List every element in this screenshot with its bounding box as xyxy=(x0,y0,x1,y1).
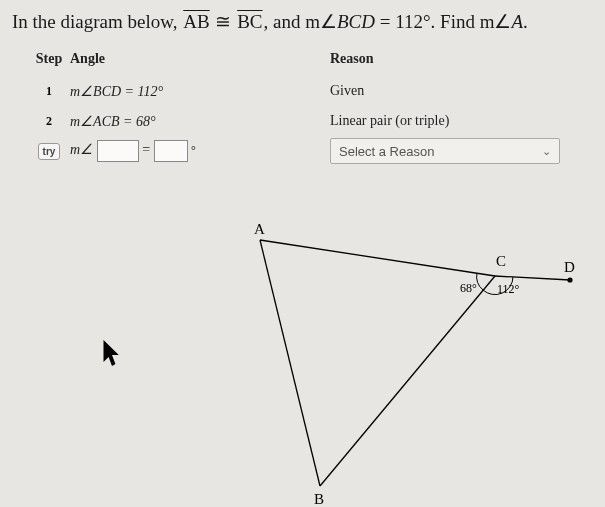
angle-value-input[interactable] xyxy=(154,140,188,162)
table-row: 1 m∠BCD = 112° Given xyxy=(28,77,593,105)
angle-acb-label: 68° xyxy=(460,281,477,295)
label-a: A xyxy=(254,221,265,237)
txt: In the diagram below, xyxy=(12,11,182,32)
txt: = 112°. Find m∠ xyxy=(375,11,511,32)
select-placeholder: Select a Reason xyxy=(339,144,434,159)
table-row: 2 m∠ACB = 68° Linear pair (or triple) xyxy=(28,107,593,135)
angle-expr: m∠ACB = 68° xyxy=(70,113,330,130)
chevron-down-icon: ⌄ xyxy=(542,145,551,158)
step-num: 2 xyxy=(28,114,70,129)
step-try: try xyxy=(28,143,70,160)
reason-text: Given xyxy=(330,83,593,99)
header-row: Step Angle Reason xyxy=(28,45,593,73)
svg-line-1 xyxy=(320,276,495,486)
angle-bcd-label: 112° xyxy=(497,282,520,296)
cursor-icon xyxy=(102,338,122,375)
try-row: try m∠ = ° Select a Reason ⌄ xyxy=(28,137,593,165)
label-b: B xyxy=(314,491,324,507)
step-num: 1 xyxy=(28,84,70,99)
label-c: C xyxy=(496,253,506,269)
angle-name: BCD xyxy=(337,11,375,32)
txt: . xyxy=(523,11,528,32)
header-step: Step xyxy=(28,51,70,67)
reason-select[interactable]: Select a Reason ⌄ xyxy=(330,138,560,164)
problem-statement: In the diagram below, AB ≅ BC, and m∠BCD… xyxy=(0,0,605,39)
svg-line-2 xyxy=(260,240,495,276)
txt: , and m∠ xyxy=(264,11,337,32)
equals: = xyxy=(142,142,153,157)
label-d: D xyxy=(564,259,575,275)
angle-expr: m∠BCD = 112° xyxy=(70,83,330,100)
geometry-diagram: A B C D 68° 112° xyxy=(0,216,605,507)
svg-point-4 xyxy=(567,277,572,282)
header-reason: Reason xyxy=(330,51,593,67)
degree-mark: ° xyxy=(191,143,196,157)
proof-table: Step Angle Reason 1 m∠BCD = 112° Given 2… xyxy=(0,39,605,165)
find-angle: A xyxy=(511,11,523,32)
segment-ab: AB xyxy=(182,11,210,32)
svg-line-3 xyxy=(495,276,570,280)
angle-name-input[interactable] xyxy=(97,140,139,162)
m-angle-prefix: m∠ xyxy=(70,142,93,157)
reason-text: Linear pair (or triple) xyxy=(330,113,593,129)
try-button[interactable]: try xyxy=(38,143,61,160)
segment-bc: BC xyxy=(236,11,263,32)
angle-input-group: m∠ = ° xyxy=(70,140,330,162)
header-angle: Angle xyxy=(70,51,330,67)
txt: ≅ xyxy=(211,11,237,32)
svg-line-0 xyxy=(260,240,320,486)
